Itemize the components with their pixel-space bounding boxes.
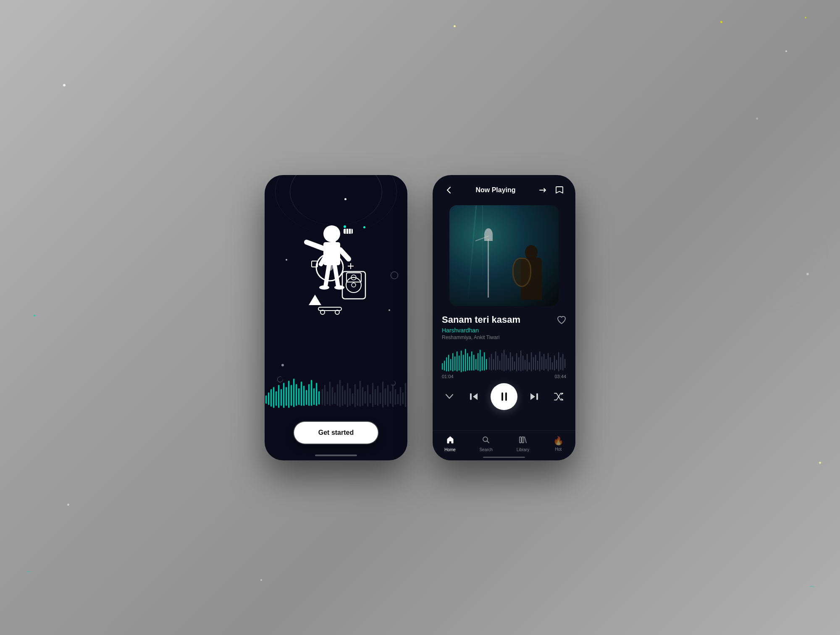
share-button[interactable] bbox=[536, 183, 549, 197]
svg-rect-48 bbox=[316, 383, 318, 406]
svg-rect-81 bbox=[400, 387, 402, 406]
svg-rect-146 bbox=[520, 437, 521, 443]
svg-rect-54 bbox=[332, 387, 333, 405]
teal-arc-right: ⌒ bbox=[809, 585, 815, 593]
shuffle-button[interactable] bbox=[551, 389, 566, 404]
svg-rect-62 bbox=[352, 393, 354, 404]
song-artist: Harshvardhan bbox=[442, 327, 520, 334]
pause-bar-right bbox=[505, 392, 507, 401]
bg-arc-1 bbox=[710, 193, 827, 311]
play-pause-button[interactable] bbox=[491, 383, 517, 410]
phone1-inner: Get started bbox=[265, 175, 407, 460]
svg-rect-60 bbox=[347, 383, 349, 407]
like-button[interactable] bbox=[557, 316, 566, 327]
chevron-down-button[interactable] bbox=[442, 389, 457, 404]
svg-rect-32 bbox=[276, 391, 277, 406]
svg-rect-84 bbox=[442, 363, 443, 370]
waveform-svg-p2 bbox=[442, 347, 566, 372]
nav-home[interactable]: Home bbox=[444, 436, 456, 452]
p1-circle-deco-1 bbox=[391, 272, 398, 279]
svg-rect-44 bbox=[306, 390, 307, 405]
bg-dot-6 bbox=[819, 462, 821, 464]
waveform-player[interactable] bbox=[433, 344, 575, 373]
song-info: Sanam teri kasam Harshvardhan Reshammiya… bbox=[433, 313, 575, 344]
svg-rect-59 bbox=[344, 390, 346, 405]
bg-dot-9 bbox=[756, 118, 758, 120]
back-button[interactable] bbox=[442, 183, 455, 197]
svg-rect-121 bbox=[520, 350, 522, 371]
svg-rect-130 bbox=[539, 351, 541, 371]
current-time: 01:04 bbox=[442, 374, 454, 379]
svg-rect-75 bbox=[385, 388, 386, 405]
svg-rect-39 bbox=[293, 379, 295, 407]
bottom-nav: Home Search bbox=[433, 430, 575, 460]
svg-rect-132 bbox=[543, 354, 545, 371]
svg-rect-127 bbox=[533, 357, 534, 370]
svg-rect-68 bbox=[367, 385, 369, 407]
svg-rect-69 bbox=[370, 394, 371, 403]
svg-rect-114 bbox=[506, 355, 507, 371]
svg-rect-116 bbox=[510, 352, 511, 371]
svg-rect-28 bbox=[265, 395, 267, 404]
album-art-wrapper bbox=[433, 201, 575, 313]
library-icon bbox=[519, 436, 527, 446]
nav-search[interactable]: Search bbox=[479, 436, 493, 452]
home-indicator-p2 bbox=[483, 457, 525, 458]
svg-point-17 bbox=[352, 283, 356, 287]
svg-rect-119 bbox=[516, 353, 517, 371]
next-button[interactable] bbox=[527, 389, 542, 404]
p1-dot-1 bbox=[344, 198, 346, 200]
svg-rect-141 bbox=[562, 354, 564, 371]
now-playing-title: Now Playing bbox=[475, 186, 515, 194]
scene-mic-head bbox=[484, 228, 493, 241]
svg-rect-102 bbox=[480, 350, 481, 371]
nav-search-label: Search bbox=[479, 447, 493, 452]
svg-line-2 bbox=[307, 242, 323, 248]
scene-figure bbox=[512, 233, 550, 300]
svg-rect-49 bbox=[318, 391, 320, 405]
svg-rect-134 bbox=[548, 353, 549, 371]
svg-rect-70 bbox=[372, 383, 374, 407]
svg-rect-40 bbox=[296, 384, 297, 406]
svg-rect-37 bbox=[288, 381, 290, 408]
nav-library-label: Library bbox=[517, 447, 530, 452]
home-icon bbox=[446, 436, 454, 446]
svg-rect-73 bbox=[380, 392, 381, 404]
svg-rect-64 bbox=[357, 389, 359, 406]
svg-rect-106 bbox=[489, 357, 490, 370]
get-started-button[interactable]: Get started bbox=[294, 422, 378, 444]
get-started-label: Get started bbox=[318, 429, 354, 436]
svg-rect-97 bbox=[469, 356, 470, 371]
bg-dot-8 bbox=[260, 579, 262, 581]
svg-rect-56 bbox=[337, 384, 339, 406]
svg-rect-98 bbox=[471, 351, 472, 371]
album-art bbox=[449, 205, 559, 306]
bookmark-button[interactable] bbox=[553, 183, 566, 197]
svg-rect-46 bbox=[311, 380, 312, 406]
svg-rect-133 bbox=[546, 359, 547, 369]
song-composer: Reshammiya, Ankit Tiwari bbox=[442, 334, 520, 340]
svg-rect-45 bbox=[308, 384, 310, 406]
svg-rect-108 bbox=[493, 359, 494, 370]
svg-rect-42 bbox=[301, 382, 302, 406]
nav-hot[interactable]: 🔥 Hot bbox=[553, 436, 564, 452]
bg-dot-3 bbox=[34, 315, 35, 316]
svg-rect-51 bbox=[324, 385, 326, 406]
svg-rect-47 bbox=[313, 388, 315, 405]
light-ray-2 bbox=[482, 205, 483, 286]
bg-dot-5 bbox=[67, 504, 69, 506]
svg-line-11 bbox=[326, 265, 329, 286]
nav-library[interactable]: Library bbox=[517, 436, 530, 452]
bg-dot-1 bbox=[63, 84, 66, 86]
teal-arc-left: ⌒ bbox=[25, 571, 31, 578]
svg-rect-100 bbox=[475, 359, 477, 370]
svg-rect-63 bbox=[354, 384, 356, 407]
svg-rect-93 bbox=[461, 350, 462, 372]
prev-button[interactable] bbox=[466, 389, 481, 404]
svg-rect-83 bbox=[405, 383, 407, 407]
svg-rect-30 bbox=[270, 389, 272, 407]
nav-hot-label: Hot bbox=[555, 447, 562, 452]
phone-now-playing: Now Playing bbox=[433, 175, 575, 460]
svg-rect-96 bbox=[467, 353, 468, 371]
waveform-p1 bbox=[265, 376, 407, 410]
